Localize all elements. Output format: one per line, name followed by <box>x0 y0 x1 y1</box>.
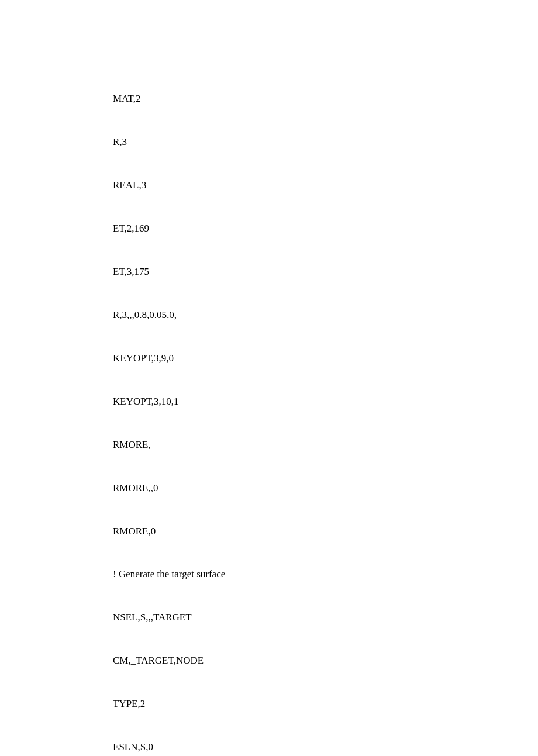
code-line: RMORE,,0 <box>113 481 538 496</box>
code-line: MAT,2 <box>113 92 538 106</box>
code-line: TYPE,2 <box>113 697 538 712</box>
code-line: R,3 <box>113 135 538 150</box>
code-line: ! Generate the target surface <box>113 567 538 582</box>
code-line: ET,3,175 <box>113 265 538 279</box>
code-line: RMORE,0 <box>113 524 538 539</box>
code-line: KEYOPT,3,10,1 <box>113 395 538 409</box>
code-line: REAL,3 <box>113 178 538 193</box>
code-line: R,3,,,0.8,0.05,0, <box>113 308 538 323</box>
code-line: RMORE, <box>113 438 538 453</box>
code-line: ET,2,169 <box>113 222 538 236</box>
code-listing: MAT,2 R,3 REAL,3 ET,2,169 ET,3,175 R,3,,… <box>113 63 538 756</box>
code-line: ESLN,S,0 <box>113 740 538 755</box>
code-line: CM,_TARGET,NODE <box>113 654 538 668</box>
code-line: KEYOPT,3,9,0 <box>113 351 538 366</box>
code-line: NSEL,S,,,TARGET <box>113 610 538 625</box>
